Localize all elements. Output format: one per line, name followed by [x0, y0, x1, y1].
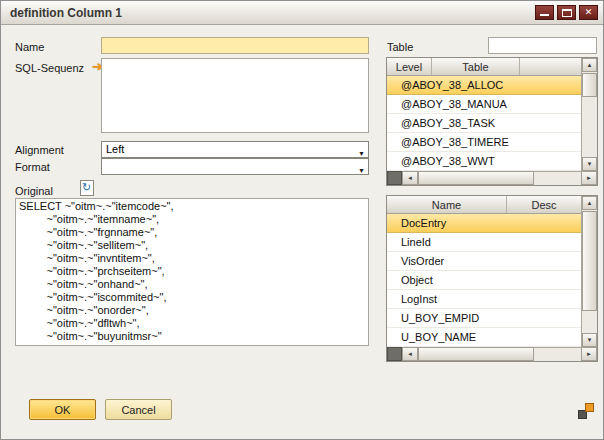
cancel-button[interactable]: Cancel	[105, 399, 172, 420]
chevron-down-icon: ▼	[358, 163, 365, 178]
fields-grid-body: DocEntry LineId VisOrder Object LogInst …	[387, 214, 581, 347]
ok-button[interactable]: OK	[29, 399, 96, 420]
grid-corner-box	[387, 347, 402, 361]
grid-corner-box	[387, 171, 402, 185]
hscroll-thumb[interactable]	[418, 347, 534, 361]
original-sql-text[interactable]: SELECT ~"oitm~.~"itemcode~", ~"oitm~.~"i…	[15, 198, 369, 346]
scroll-up-icon[interactable]: ▲	[582, 196, 597, 210]
original-label: Original	[15, 185, 53, 197]
definition-column-dialog: definition Column 1 ✕ Name SQL-Sequenz ➔…	[0, 0, 604, 440]
minimize-button[interactable]	[535, 5, 554, 20]
field-row[interactable]: Object	[387, 271, 581, 290]
vscroll-thumb[interactable]	[582, 73, 597, 97]
maximize-icon	[562, 9, 572, 17]
table-row[interactable]: @ABOY_38_WWT	[387, 152, 581, 171]
format-select[interactable]: ▼	[101, 158, 369, 175]
alignment-label: Alignment	[15, 144, 64, 156]
fields-grid-header: Name Desc	[387, 196, 581, 214]
sql-sequenz-textarea[interactable]	[101, 58, 369, 133]
alignment-value: Left	[106, 143, 124, 155]
scroll-down-icon[interactable]: ▼	[582, 157, 597, 171]
tables-grid: Level Table @ABOY_38_ALLOC @ABOY_38_MANU…	[386, 57, 598, 186]
tables-grid-hscrollbar[interactable]: ◄ ►	[387, 171, 597, 185]
minimize-icon	[540, 14, 549, 16]
expand-form-icon[interactable]	[578, 403, 594, 419]
table-row[interactable]: @ABOY_38_TIMERE	[387, 133, 581, 152]
close-button[interactable]: ✕	[579, 5, 598, 20]
window-title: definition Column 1	[10, 6, 532, 20]
fields-grid: Name Desc DocEntry LineId VisOrder Objec…	[386, 195, 598, 362]
scroll-right-icon[interactable]: ►	[581, 347, 597, 361]
titlebar[interactable]: definition Column 1 ✕	[1, 1, 603, 25]
field-row[interactable]: DocEntry	[387, 214, 581, 233]
tables-grid-header-filler	[520, 58, 581, 75]
name-label: Name	[15, 41, 44, 53]
tables-grid-header-level[interactable]: Level	[387, 58, 432, 75]
field-row[interactable]: LogInst	[387, 290, 581, 309]
fields-grid-header-name[interactable]: Name	[387, 196, 507, 213]
scroll-left-icon[interactable]: ◄	[402, 347, 418, 361]
scroll-left-icon[interactable]: ◄	[402, 171, 418, 185]
tables-grid-body: @ABOY_38_ALLOC @ABOY_38_MANUA @ABOY_38_T…	[387, 76, 581, 171]
table-row[interactable]: @ABOY_38_ALLOC	[387, 76, 581, 95]
format-label: Format	[15, 161, 50, 173]
table-search-input[interactable]	[488, 37, 597, 54]
preview-document-icon[interactable]: ↻	[80, 180, 94, 196]
sql-sequenz-label: SQL-Sequenz	[15, 62, 84, 74]
expand-form-orange-square	[585, 403, 594, 412]
close-icon: ✕	[580, 6, 597, 19]
vscroll-thumb[interactable]	[582, 211, 597, 311]
tables-grid-vscrollbar[interactable]: ▲ ▼	[581, 58, 597, 171]
hscroll-thumb[interactable]	[418, 171, 534, 185]
tables-grid-header: Level Table	[387, 58, 581, 76]
alignment-select[interactable]: Left ▼	[101, 141, 369, 158]
fields-grid-vscrollbar[interactable]: ▲ ▼	[581, 196, 597, 347]
table-row[interactable]: @ABOY_38_TASK	[387, 114, 581, 133]
name-input[interactable]	[101, 37, 369, 54]
refresh-icon: ↻	[82, 181, 91, 194]
tables-grid-header-table[interactable]: Table	[432, 58, 520, 75]
scroll-up-icon[interactable]: ▲	[582, 58, 597, 72]
table-row[interactable]: @ABOY_38_MANUA	[387, 95, 581, 114]
field-row[interactable]: VisOrder	[387, 252, 581, 271]
field-row[interactable]: U_BOY_NAME	[387, 328, 581, 347]
field-row[interactable]: U_BOY_EMPID	[387, 309, 581, 328]
table-label: Table	[387, 41, 413, 53]
scroll-right-icon[interactable]: ►	[581, 171, 597, 185]
fields-grid-hscrollbar[interactable]: ◄ ►	[387, 347, 597, 361]
maximize-button[interactable]	[557, 5, 576, 20]
fields-grid-header-desc[interactable]: Desc	[507, 196, 581, 213]
field-row[interactable]: LineId	[387, 233, 581, 252]
scroll-down-icon[interactable]: ▼	[582, 333, 597, 347]
